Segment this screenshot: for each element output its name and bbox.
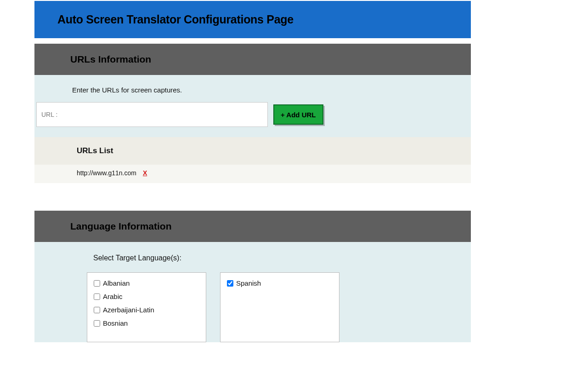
language-label: Bosnian xyxy=(103,319,128,327)
language-label: Spanish xyxy=(236,279,261,287)
url-field[interactable]: URL : xyxy=(36,102,268,127)
language-checkbox[interactable] xyxy=(94,307,100,313)
language-section-header: Language Information xyxy=(34,211,471,242)
page-title: Auto Screen Translator Configurations Pa… xyxy=(57,13,448,26)
urls-section-body: Enter the URLs for screen captures. URL … xyxy=(34,75,471,137)
available-languages-box[interactable]: Albanian Arabic Azerbaijani-Latin Bosnia… xyxy=(87,272,206,342)
language-checkbox[interactable] xyxy=(227,280,233,287)
language-checkbox[interactable] xyxy=(94,320,100,327)
urls-section-header: URLs Information xyxy=(34,44,471,75)
language-option[interactable]: Arabic xyxy=(94,293,199,300)
language-label: Arabic xyxy=(103,293,123,300)
language-label: Azerbaijani-Latin xyxy=(103,306,154,314)
language-section-body: Select Target Language(s): Albanian Arab… xyxy=(34,242,471,342)
selected-languages-box[interactable]: Spanish xyxy=(220,272,339,342)
language-option[interactable]: Albanian xyxy=(94,279,199,287)
url-prefix-label: URL : xyxy=(41,111,57,118)
add-url-button[interactable]: + Add URL xyxy=(273,104,323,125)
delete-url-button[interactable]: X xyxy=(143,169,147,177)
language-instruction: Select Target Language(s): xyxy=(34,254,471,272)
urls-instruction: Enter the URLs for screen captures. xyxy=(34,83,471,102)
url-input[interactable] xyxy=(60,103,263,126)
urls-list-header: URLs List xyxy=(34,137,471,165)
language-option[interactable]: Azerbaijani-Latin xyxy=(94,306,199,314)
language-checkbox[interactable] xyxy=(94,280,100,287)
language-option[interactable]: Spanish xyxy=(227,279,333,287)
language-option[interactable]: Bosnian xyxy=(94,319,199,327)
language-checkbox[interactable] xyxy=(94,293,100,300)
urls-list-body: http://www.g11n.com X xyxy=(34,165,471,183)
url-list-item-text: http://www.g11n.com xyxy=(77,169,136,177)
url-list-item: http://www.g11n.com X xyxy=(77,169,429,177)
page-banner: Auto Screen Translator Configurations Pa… xyxy=(34,1,471,38)
language-label: Albanian xyxy=(103,279,130,287)
